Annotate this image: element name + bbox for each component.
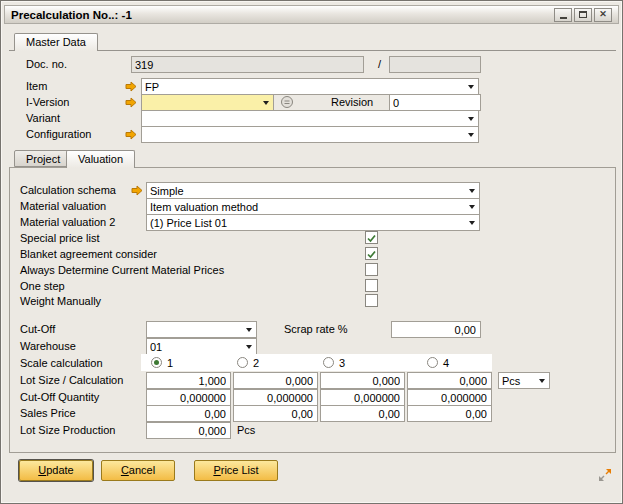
blanket-agreement-checkbox[interactable] bbox=[365, 247, 378, 260]
window-controls: ✕ bbox=[554, 8, 612, 22]
collapse-form-icon bbox=[598, 468, 612, 482]
one-step-label: One step bbox=[20, 280, 65, 292]
cut-off-quantity-field-4[interactable]: 0,000000 bbox=[407, 389, 492, 406]
doc-no-field: 319 bbox=[131, 56, 364, 73]
doc-no-separator: / bbox=[378, 58, 381, 70]
close-button[interactable]: ✕ bbox=[594, 8, 612, 22]
lot-size-unit-combo[interactable]: Pcs bbox=[498, 372, 550, 389]
i-version-combo[interactable] bbox=[141, 94, 274, 111]
calculation-schema-combo[interactable]: Simple bbox=[146, 182, 480, 199]
cut-off-quantity-field-2[interactable]: 0,000000 bbox=[233, 389, 318, 406]
cut-off-label: Cut-Off bbox=[20, 323, 55, 335]
weight-manually-label: Weight Manually bbox=[20, 295, 101, 307]
tab-valuation-label: Valuation bbox=[78, 153, 123, 165]
lot-size-production-unit-label: Pcs bbox=[237, 424, 255, 436]
revision-field[interactable]: 0 bbox=[389, 94, 481, 111]
one-step-checkbox[interactable] bbox=[365, 279, 378, 292]
cut-off-quantity-field-1[interactable]: 0,000000 bbox=[146, 389, 231, 406]
scrap-rate-label: Scrap rate % bbox=[284, 323, 348, 335]
lot-size-production-field[interactable]: 0,000 bbox=[146, 422, 231, 439]
material-valuation-2-label: Material valuation 2 bbox=[20, 216, 115, 228]
lot-size-production-label: Lot Size Production bbox=[20, 424, 115, 436]
calculation-schema-link-arrow-icon[interactable] bbox=[131, 185, 143, 196]
scale-strip bbox=[141, 354, 492, 371]
special-price-list-label: Special price list bbox=[20, 232, 99, 244]
variant-dropdown-arrow-icon[interactable] bbox=[468, 117, 474, 121]
scrap-rate-field[interactable]: 0,00 bbox=[391, 321, 481, 338]
variant-combo[interactable] bbox=[141, 110, 479, 127]
collapse-form-button[interactable] bbox=[598, 468, 612, 482]
special-price-list-checkbox[interactable] bbox=[365, 231, 378, 244]
configuration-combo[interactable] bbox=[141, 126, 479, 143]
cut-off-quantity-label: Cut-Off Quantity bbox=[20, 391, 99, 403]
minimize-button[interactable] bbox=[554, 8, 572, 22]
warehouse-label: Warehouse bbox=[20, 340, 76, 352]
doc-no-label: Doc. no. bbox=[26, 58, 67, 70]
sales-price-field-2[interactable]: 0,00 bbox=[233, 405, 318, 422]
variant-label: Variant bbox=[26, 112, 60, 124]
update-button[interactable]: Update bbox=[19, 460, 93, 481]
check-icon bbox=[367, 249, 376, 261]
scale-2-radio[interactable] bbox=[237, 357, 248, 368]
scale-3-radio[interactable] bbox=[323, 357, 334, 368]
material-valuation-2-combo[interactable]: (1) Price List 01 bbox=[146, 214, 480, 231]
cut-off-combo[interactable] bbox=[146, 321, 257, 338]
blanket-agreement-label: Blanket agreement consider bbox=[20, 248, 157, 260]
scale-calculation-label: Scale calculation bbox=[20, 357, 103, 369]
lot-size-calculation-field-2[interactable]: 0,000 bbox=[233, 372, 318, 389]
cut-off-dropdown-arrow-icon[interactable] bbox=[246, 328, 252, 332]
scale-4-label: 4 bbox=[443, 357, 449, 369]
weight-manually-checkbox[interactable] bbox=[365, 294, 378, 307]
item-combo[interactable]: FP bbox=[141, 78, 479, 95]
calculation-schema-dropdown-arrow-icon[interactable] bbox=[469, 189, 475, 193]
sales-price-field-4[interactable]: 0,00 bbox=[407, 405, 492, 422]
sales-price-field-3[interactable]: 0,00 bbox=[320, 405, 405, 422]
lot-size-calculation-label: Lot Size / Calculation bbox=[20, 374, 123, 386]
warehouse-dropdown-arrow-icon[interactable] bbox=[246, 345, 252, 349]
tab-project[interactable]: Project bbox=[14, 150, 72, 167]
material-valuation-dropdown-arrow-icon[interactable] bbox=[469, 205, 475, 209]
check-icon bbox=[367, 233, 376, 245]
titlebar[interactable]: Precalculation No..: -1 ✕ bbox=[4, 5, 619, 24]
tab-master-data[interactable]: Master Data bbox=[14, 33, 98, 51]
i-version-label: I-Version bbox=[26, 96, 69, 108]
material-valuation-2-dropdown-arrow-icon[interactable] bbox=[469, 221, 475, 225]
tab-project-label: Project bbox=[26, 153, 60, 165]
maximize-button[interactable] bbox=[574, 8, 592, 22]
cut-off-quantity-field-3[interactable]: 0,000000 bbox=[320, 389, 405, 406]
maximize-icon bbox=[579, 11, 587, 18]
minimize-icon bbox=[560, 17, 567, 19]
always-determine-prices-checkbox[interactable] bbox=[365, 263, 378, 276]
scale-1-radio[interactable] bbox=[151, 357, 162, 368]
configuration-label: Configuration bbox=[26, 128, 91, 140]
sales-price-label: Sales Price bbox=[20, 407, 76, 419]
scale-3-label: 3 bbox=[339, 357, 345, 369]
cancel-button[interactable]: Cancel bbox=[101, 460, 175, 481]
doc-no-second-field bbox=[389, 56, 481, 73]
sales-price-field-1[interactable]: 0,00 bbox=[146, 405, 231, 422]
i-version-link-arrow-icon[interactable] bbox=[125, 97, 137, 108]
calculation-schema-label: Calculation schema bbox=[20, 184, 116, 196]
configuration-dropdown-arrow-icon[interactable] bbox=[468, 133, 474, 137]
precalculation-window: Precalculation No..: -1 ✕ Master Data Do… bbox=[0, 0, 623, 504]
tab-valuation[interactable]: Valuation bbox=[66, 150, 135, 168]
scale-1-label: 1 bbox=[167, 357, 173, 369]
warehouse-combo[interactable]: 01 bbox=[146, 338, 257, 355]
material-valuation-label: Material valuation bbox=[20, 200, 106, 212]
i-version-dropdown-arrow-icon[interactable] bbox=[263, 101, 269, 105]
item-label: Item bbox=[26, 80, 47, 92]
scale-2-label: 2 bbox=[253, 357, 259, 369]
scale-4-radio[interactable] bbox=[427, 357, 438, 368]
window-title: Precalculation No..: -1 bbox=[11, 9, 554, 21]
i-version-circle-button[interactable] bbox=[280, 95, 294, 109]
lot-size-calculation-field-1[interactable]: 1,000 bbox=[146, 372, 231, 389]
configuration-link-arrow-icon[interactable] bbox=[125, 129, 137, 140]
always-determine-prices-label: Always Determine Current Material Prices bbox=[20, 264, 224, 276]
lot-size-calculation-field-3[interactable]: 0,000 bbox=[320, 372, 405, 389]
item-dropdown-arrow-icon[interactable] bbox=[468, 85, 474, 89]
material-valuation-combo[interactable]: Item valuation method bbox=[146, 198, 480, 215]
item-link-arrow-icon[interactable] bbox=[125, 81, 137, 92]
lot-size-unit-dropdown-arrow-icon[interactable] bbox=[539, 379, 545, 383]
price-list-button[interactable]: Price List bbox=[194, 460, 278, 481]
lot-size-calculation-field-4[interactable]: 0,000 bbox=[407, 372, 492, 389]
